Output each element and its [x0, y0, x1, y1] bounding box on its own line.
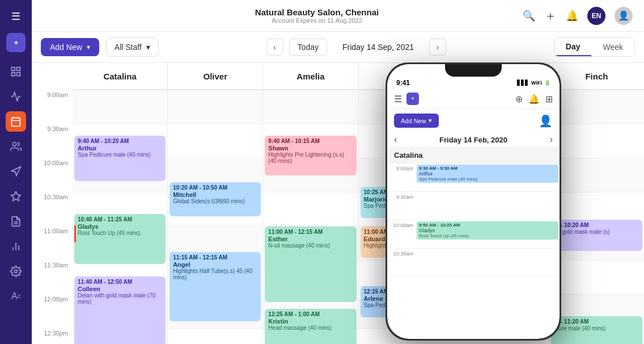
menu-icon[interactable]: ☰: [8, 7, 24, 26]
appt-oliver-angel[interactable]: 11:15 AM - 12:15 AM Angel Highlights Hal…: [170, 252, 261, 321]
sidebar-icon-chart[interactable]: [6, 236, 26, 257]
appt-amelia-shawn[interactable]: 9:40 AM - 10:15 AM Shawn Highlights Pre …: [265, 136, 356, 175]
time-column: 9:00am 9:30am 10:00am 10:30am 11:00am 11…: [32, 63, 73, 344]
phone-screen: 9:41 ▋▋▋ WiFi 🔋 ☰ ✦ ⊕ 🔔 ⊞: [387, 64, 560, 339]
battery-icon: 🔋: [544, 80, 550, 86]
add-new-button[interactable]: Add New ▾: [41, 38, 99, 56]
appt-catalina-colleen[interactable]: 11:40 AM - 12:50 AM Colleen Detan with g…: [74, 276, 166, 344]
staff-col-oliver: 10:20 AM - 10:50 AM Mitchell Global Side…: [168, 90, 263, 344]
phone-date-display: Friday 14 Feb, 2020: [439, 136, 507, 144]
next-date-button[interactable]: ›: [429, 39, 446, 56]
svg-rect-4: [12, 118, 20, 126]
toolbar: Add New ▾ All Staff ▾ ‹ Today Friday 14 …: [32, 32, 644, 63]
staff-filter-button[interactable]: All Staff ▾: [106, 37, 159, 57]
phone-next-date[interactable]: ›: [550, 135, 553, 145]
notification-icon[interactable]: 🔔: [566, 10, 578, 22]
wifi-icon: WiFi: [531, 80, 542, 86]
appt-catalina-arthur[interactable]: 9:40 AM - 10:20 AM Arthur Spa Pedicure m…: [74, 136, 166, 181]
phone-add-row: Add New ▾ 👤: [387, 109, 560, 132]
today-button[interactable]: Today: [289, 39, 327, 56]
appt-catalina-gladys[interactable]: 10:40 AM - 11:25 AM Gladys Root Touch Up…: [74, 214, 166, 264]
phone-add-chevron-icon: ▾: [429, 117, 432, 124]
day-view-button[interactable]: Day: [554, 38, 592, 56]
app-logo: ✦: [6, 33, 26, 52]
staff-header-catalina: Catalina: [73, 63, 168, 89]
search-icon[interactable]: 🔍: [523, 10, 535, 22]
header: Natural Beauty Salon, Chennai Account Ex…: [32, 0, 644, 32]
phone-time-row-900: 9:00am 9:30 AM - 9:30 AM Arthur Spa Pedi…: [387, 163, 560, 192]
time-label-1030: 10:30am: [32, 192, 73, 226]
svg-marker-9: [11, 192, 21, 201]
phone-time-row-930: 9:30am: [387, 192, 560, 220]
header-center: Natural Beauty Salon, Chennai Account Ex…: [255, 7, 379, 24]
time-label-1230: 12:30pm: [32, 329, 73, 344]
svg-rect-0: [12, 68, 15, 71]
user-avatar[interactable]: 👤: [615, 7, 633, 25]
phone-time-grid: 9:00am 9:30 AM - 9:30 AM Arthur Spa Pedi…: [387, 163, 560, 339]
add-new-chevron-icon: ▾: [87, 43, 90, 51]
date-navigation: ‹ Today Friday 14 Sep, 2021 ›: [266, 39, 446, 56]
staff-header-oliver: Oliver: [168, 63, 263, 89]
phone-mockup: 9:41 ▋▋▋ WiFi 🔋 ☰ ✦ ⊕ 🔔 ⊞: [385, 62, 561, 341]
appt-amelia-kristin[interactable]: 12:25 AM - 1:00 AM Kristin Head massage …: [265, 309, 356, 344]
time-label-1000: 10:00am: [32, 158, 73, 192]
phone-appt-arthur[interactable]: 9:30 AM - 9:30 AM Arthur Spa Pedicure ma…: [417, 165, 558, 183]
sidebar-icon-gear[interactable]: [6, 261, 26, 282]
phone-add-new-button[interactable]: Add New ▾: [394, 114, 439, 128]
staff-col-amelia: 9:40 AM - 10:15 AM Shawn Highlights Pre …: [263, 90, 358, 344]
user-initials-avatar[interactable]: EN: [587, 7, 605, 25]
sidebar-icon-clipboard[interactable]: [6, 211, 26, 232]
appt-finch-2[interactable]: M - 11:20 AM icure male (40 mins): [551, 316, 642, 344]
phone-time-row-1000: 10:00am 9:50 AM - 10:25 AM Gladys Root T…: [387, 220, 560, 249]
phone-bell-icon[interactable]: 🔔: [528, 94, 540, 104]
sidebar-icon-megaphone[interactable]: [6, 161, 26, 182]
sidebar-icon-bar-chart[interactable]: [6, 86, 26, 107]
phone-prev-date[interactable]: ‹: [394, 135, 397, 145]
view-toggle: Day Week: [554, 37, 635, 57]
appt-oliver-mitchell[interactable]: 10:20 AM - 10:50 AM Mitchell Global Side…: [170, 182, 261, 216]
phone-time: 9:41: [396, 79, 410, 87]
sidebar-icon-translate[interactable]: AZ: [6, 286, 26, 307]
phone-app-logo: ✦: [406, 93, 419, 105]
phone-menu-icon[interactable]: ☰: [394, 94, 402, 104]
header-actions: 🔍 ＋ 🔔 EN 👤: [523, 7, 633, 25]
phone-status-icons: ▋▋▋ WiFi 🔋: [517, 80, 550, 86]
staff-col-catalina: 9:40 AM - 10:20 AM Arthur Spa Pedicure m…: [73, 90, 168, 344]
svg-rect-1: [17, 68, 20, 71]
time-label-1100: 11:00am: [32, 226, 73, 261]
appt-finch-1[interactable]: M - 10:20 AM ith gold mask male (s): [551, 220, 642, 251]
phone-appt-gladys[interactable]: 9:50 AM - 10:25 AM Gladys Root Touch Up …: [417, 221, 558, 240]
sidebar-icon-star[interactable]: [6, 186, 26, 207]
phone-time-row-1030: 10:30am: [387, 249, 560, 277]
add-icon[interactable]: ＋: [544, 7, 557, 24]
signal-icon: ▋▋▋: [517, 80, 529, 86]
phone-add-icon[interactable]: ⊕: [515, 94, 523, 104]
staff-header-amelia: Amelia: [263, 63, 358, 89]
sidebar-icon-users[interactable]: [6, 136, 26, 157]
sidebar-icon-calendar[interactable]: [6, 111, 26, 132]
time-label-1200: 12:00pm: [32, 295, 73, 329]
time-label-1130: 11:30am: [32, 261, 73, 295]
appt-amelia-esther[interactable]: 11:00 AM - 12:15 AM Esther N-oil massage…: [265, 226, 356, 302]
week-view-button[interactable]: Week: [591, 38, 634, 56]
phone-grid-icon[interactable]: ⊞: [545, 94, 553, 104]
svg-point-15: [15, 270, 18, 273]
phone-date-nav: ‹ Friday 14 Feb, 2020 ›: [387, 132, 560, 147]
staff-col-finch: M - 10:20 AM ith gold mask male (s) M - …: [549, 90, 644, 344]
salon-name: Natural Beauty Salon, Chennai: [255, 7, 379, 17]
sidebar: ☰ ✦ AZ: [0, 0, 32, 344]
phone-topbar-left: ☰ ✦: [394, 93, 419, 105]
account-expiry: Account Expires on 11 Aug 2022: [255, 17, 379, 24]
phone-person-icon[interactable]: 👤: [539, 114, 553, 128]
phone-staff-header: Catalina: [387, 147, 560, 163]
staff-header-finch: Finch: [549, 63, 644, 89]
current-date-display: Friday 14 Sep, 2021: [333, 43, 423, 52]
sidebar-icon-grid[interactable]: [6, 61, 26, 82]
prev-date-button[interactable]: ‹: [266, 39, 283, 56]
svg-rect-3: [17, 73, 20, 76]
svg-point-8: [12, 142, 16, 146]
phone-topbar: ☰ ✦ ⊕ 🔔 ⊞: [387, 89, 560, 109]
phone-topbar-right: ⊕ 🔔 ⊞: [515, 94, 553, 104]
toolbar-left: Add New ▾ All Staff ▾: [41, 37, 159, 57]
time-label-930: 9:30am: [32, 124, 73, 158]
